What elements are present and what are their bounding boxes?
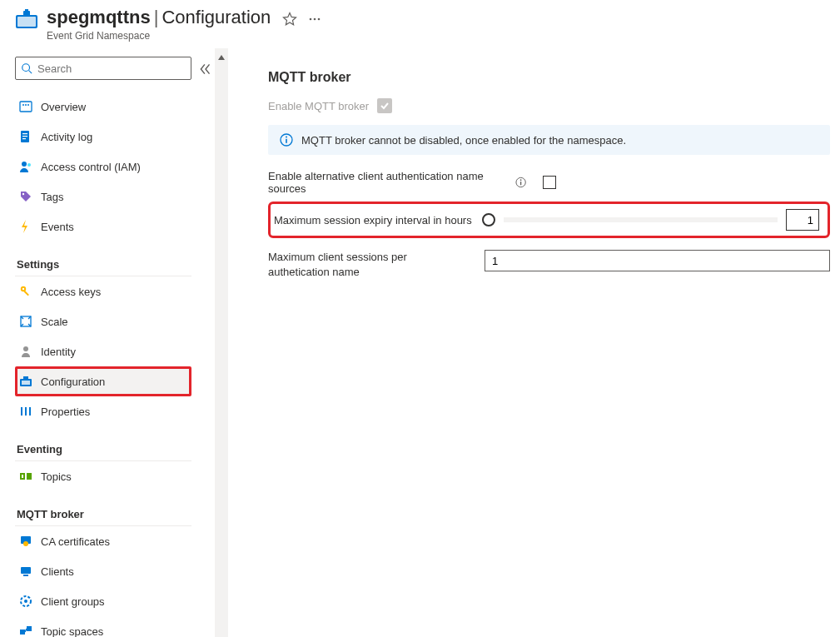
collapse-sidebar-button[interactable] [198,62,213,77]
nav-item-label: Properties [41,406,90,418]
svg-point-47 [520,179,522,181]
svg-point-7 [22,64,30,72]
nav-item-label: Clients [41,565,74,578]
page-header: spegmqttns | Configuration Event Grid Na… [0,2,840,48]
svg-rect-32 [27,473,32,480]
nav-item-access-keys[interactable]: Access keys [15,276,191,306]
svg-point-39 [24,600,27,603]
nav-item-label: Events [41,221,74,233]
resource-type-icon [15,8,38,32]
svg-rect-45 [286,139,287,143]
overview-icon [19,100,32,113]
nav-item-label: Access keys [41,286,101,298]
session-expiry-value[interactable] [786,209,819,231]
topic-spaces-icon [19,625,32,637]
nav-item-topics[interactable]: Topics [15,461,191,491]
nav-item-topic-spaces[interactable]: Topic spaces [15,616,191,637]
identity-icon [19,345,32,358]
svg-point-5 [314,18,316,21]
config-icon [19,375,32,388]
activity-log-icon [19,130,32,143]
svg-rect-3 [25,9,28,12]
svg-rect-40 [20,630,25,635]
clients-icon [19,565,32,578]
nav-item-label: Overview [41,101,86,113]
nav-item-activity-log[interactable]: Activity log [15,122,191,152]
resource-subtype: Event Grid Namespace [47,30,271,42]
session-expiry-label: Maximum session expiry interval in hours [274,214,482,226]
session-expiry-slider[interactable] [504,217,778,222]
nav-item-label: Activity log [41,131,92,143]
svg-rect-22 [24,291,29,296]
info-banner: MQTT broker cannot be disabled, once ena… [268,125,830,155]
cert-icon [19,535,32,548]
main-content: MQTT broker Enable MQTT broker MQTT brok… [228,48,840,637]
nav-item-label: CA certificates [41,535,110,548]
svg-point-21 [22,288,24,290]
nav-item-clients[interactable]: Clients [15,556,191,586]
svg-rect-15 [22,136,27,137]
nav-heading: Settings [15,253,191,276]
nav-item-scale[interactable]: Scale [15,306,191,336]
nav-heading: Eventing [15,438,191,461]
help-icon[interactable] [515,177,526,188]
search-icon [21,62,32,74]
nav-item-label: Identity [41,346,76,358]
alt-auth-label: Enable alternative client authentication… [268,170,526,195]
blade-name: Configuration [162,7,271,28]
session-expiry-slider-handle[interactable] [482,213,495,226]
alt-auth-checkbox[interactable] [543,176,556,189]
sidebar-scrollbar[interactable] [215,48,228,637]
iam-icon [19,160,32,173]
properties-icon [19,405,32,418]
page-title: spegmqttns | Configuration [47,7,271,28]
svg-point-24 [23,346,28,351]
svg-rect-37 [23,575,28,576]
scale-icon [19,315,32,328]
nav-item-properties[interactable]: Properties [15,396,191,426]
svg-point-17 [22,162,27,167]
svg-rect-28 [21,407,22,416]
enable-broker-label: Enable MQTT broker [268,100,369,112]
section-title: MQTT broker [268,70,830,85]
info-message: MQTT broker cannot be disabled, once ena… [301,134,626,147]
svg-point-44 [286,137,287,138]
svg-rect-14 [22,133,27,134]
topics-icon [19,470,32,483]
resource-name: spegmqttns [47,7,151,28]
svg-rect-30 [29,407,31,416]
max-sessions-input[interactable] [485,250,830,271]
nav-item-access-control[interactable]: Access control (IAM) [15,152,191,182]
svg-rect-27 [23,376,28,380]
svg-rect-33 [22,475,23,478]
svg-rect-41 [27,626,32,631]
svg-rect-26 [22,381,30,385]
svg-point-35 [23,541,28,546]
search-field[interactable] [37,62,186,75]
nav-item-overview[interactable]: Overview [15,92,191,122]
events-icon [19,220,32,233]
nav-item-events[interactable]: Events [15,212,191,241]
nav-item-identity[interactable]: Identity [15,336,191,366]
favorite-icon[interactable] [282,12,297,27]
svg-point-19 [22,193,24,195]
max-sessions-label: Maximum client sessions per autheticatio… [268,250,485,279]
nav-item-label: Scale [41,316,68,328]
nav-item-tags[interactable]: Tags [15,182,191,212]
nav-item-ca-certificates[interactable]: CA certificates [15,526,191,556]
svg-point-6 [318,18,321,21]
client-groups-icon [19,595,32,608]
info-icon [280,133,293,147]
nav-item-label: Access control (IAM) [41,161,141,173]
nav-item-configuration[interactable]: Configuration [15,366,191,396]
navigation-sidebar: OverviewActivity logAccess control (IAM)… [0,48,191,637]
search-input[interactable] [15,57,191,80]
nav-item-label: Client groups [41,595,105,608]
nav-heading: MQTT broker [15,503,191,526]
nav-item-client-groups[interactable]: Client groups [15,586,191,616]
more-actions-icon[interactable] [307,12,322,27]
nav-item-label: Topic spaces [41,625,103,638]
svg-point-10 [22,104,24,106]
tags-icon [19,190,32,203]
svg-point-4 [310,18,312,21]
